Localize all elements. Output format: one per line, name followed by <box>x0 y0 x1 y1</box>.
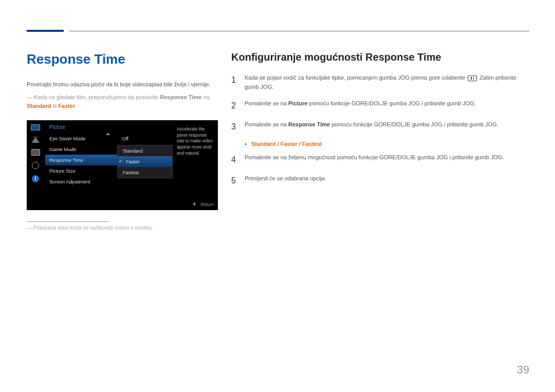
osd-item-value: Off <box>122 136 129 141</box>
option-sep2: / <box>298 141 302 147</box>
step-body: Pomaknite se na Response Time pomoću fun… <box>245 120 529 134</box>
osd-help-text: Accelerate the panel response rate to ma… <box>177 126 215 157</box>
page-number: 39 <box>517 363 529 377</box>
gear-icon <box>32 162 39 169</box>
osd-item-label: Eye Saver Mode <box>49 136 85 141</box>
osd-item-label: Response Time <box>49 157 83 163</box>
step-text-a: Pomaknite se na <box>245 121 288 127</box>
step-bold: Picture <box>288 100 307 106</box>
option-fastest: Fastest <box>302 141 322 147</box>
jog-menu-icon <box>468 76 477 81</box>
osd-sub-fastest: Fastest <box>118 167 172 178</box>
note-mid: na <box>201 94 209 100</box>
header-rule <box>69 31 529 31</box>
osd-sub-faster: Faster <box>118 156 172 167</box>
section-heading: Konfiguriranje mogućnosti Response Time <box>231 51 529 63</box>
step-text-b: pomoću funkcije GORE/DOLJE gumba JOG i p… <box>330 121 498 127</box>
step-number: 5 <box>231 174 245 188</box>
step-body: Kada se pojavi vodič za funkcijske tipke… <box>245 73 529 91</box>
osd-sub-standard: Standard <box>118 145 172 156</box>
osd-mock: i Picture Eye Saver Mode Off Game Mode R… <box>27 120 218 210</box>
osd-sidebar-icons: i <box>30 124 41 182</box>
note-pre: ― Kada ne gledate film, preporučujemo da… <box>27 94 160 100</box>
footnote-text: Prikazana slika može se razlikovati ovis… <box>27 225 219 231</box>
step-number: 3 <box>231 120 245 134</box>
step-text-a: Pomaknite se na <box>245 100 288 106</box>
page-title: Response Time <box>27 51 219 67</box>
left-column: Response Time Povećajte brzinu odaziva p… <box>27 51 219 231</box>
step-body: Pomaknite se na željenu mogućnost pomoću… <box>245 153 529 166</box>
step-number: 1 <box>231 73 245 91</box>
options-row: • Standard / Faster / Fastest <box>231 141 529 147</box>
osd-sub-label: Standard <box>123 148 143 154</box>
intro-text: Povećajte brzinu odaziva ploče da bi boj… <box>27 80 219 89</box>
note-standard: Standard <box>27 103 51 109</box>
osd-sub-label: Faster <box>126 159 140 164</box>
osd-sub-label: Fastest <box>123 170 139 175</box>
step-text-b: pomoću funkcije GORE/DOLJE gumba JOG i p… <box>307 100 476 106</box>
triangle-icon <box>31 137 40 143</box>
osd-return-label: Return <box>200 202 214 207</box>
osd-item-label: Picture Size <box>49 168 76 174</box>
step-number: 4 <box>231 153 245 166</box>
osd-submenu: Standard Faster Fastest <box>117 145 173 178</box>
step-4: 4 Pomaknite se na željenu mogućnost pomo… <box>231 153 529 166</box>
step-body: Primijenit će se odabrana opcija. <box>245 174 529 188</box>
info-icon: i <box>32 175 39 182</box>
monitor-icon <box>31 124 40 130</box>
box-icon <box>31 149 40 156</box>
note-faster: Faster <box>58 103 75 109</box>
osd-item-label: Screen Adjustment <box>49 179 90 184</box>
note-or: ili <box>51 103 58 109</box>
note-bold: Response Time <box>160 94 201 100</box>
footnote-rule <box>27 221 109 222</box>
step-bold: Response Time <box>288 121 330 127</box>
arrow-up-icon <box>106 133 110 135</box>
option-faster: Faster <box>281 141 298 147</box>
option-sep: / <box>276 141 281 147</box>
step-number: 2 <box>231 99 245 113</box>
osd-title: Picture <box>45 123 133 133</box>
step-text-a: Kada se pojavi vodič za funkcijske tipke… <box>245 74 467 81</box>
header-accent-bar <box>27 30 64 32</box>
step-2: 2 Pomaknite se na Picture pomoću funkcij… <box>231 99 529 113</box>
option-standard: Standard <box>251 141 276 147</box>
note-text: ― Kada ne gledate film, preporučujemo da… <box>27 93 219 111</box>
osd-item-label: Game Mode <box>49 146 76 152</box>
bullet-dot: • <box>245 141 247 147</box>
step-5: 5 Primijenit će se odabrana opcija. <box>231 174 529 188</box>
osd-item-eyesaver: Eye Saver Mode Off <box>45 133 133 144</box>
arrow-left-icon <box>193 202 195 206</box>
step-3: 3 Pomaknite se na Response Time pomoću f… <box>231 120 529 134</box>
step-body: Pomaknite se na Picture pomoću funkcije … <box>245 99 529 113</box>
step-1: 1 Kada se pojavi vodič za funkcijske tip… <box>231 73 529 91</box>
note-end: . <box>75 103 77 109</box>
right-column: Konfiguriranje mogućnosti Response Time … <box>231 51 529 195</box>
